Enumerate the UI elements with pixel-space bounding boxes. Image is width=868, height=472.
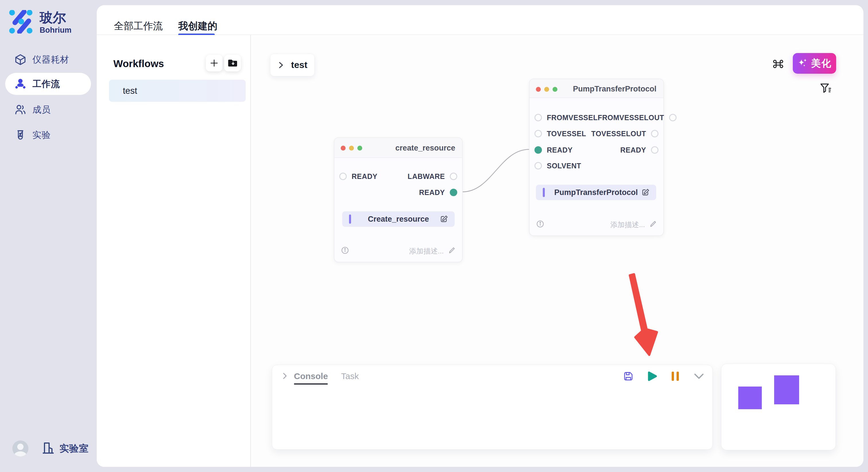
members-icon [14,104,26,115]
traffic-lights [341,146,362,150]
port-out-ready-connected[interactable] [450,189,457,196]
info-icon[interactable] [341,246,349,256]
port-label: READY [620,146,646,154]
app-root: 玻尔 Bohrium 仪器耗材 [0,0,868,472]
port-label: FROMVESSEL [547,113,598,122]
node-action-pill[interactable]: PumpTransferProtocol [536,185,656,200]
minimap[interactable] [721,364,836,450]
sidebar-item-label: 成员 [32,104,51,116]
light-yellow [544,87,549,92]
port-out-ready[interactable] [651,146,658,154]
minimap-node [774,375,799,404]
minimap-node [738,386,762,409]
brand-subtitle: Bohrium [40,26,71,35]
port-label: READY [352,172,377,181]
pill-label: PumpTransferProtocol [536,188,656,197]
node-header[interactable]: create_resource [334,138,462,158]
port-out-labware[interactable] [450,173,457,180]
lab-label: 实验室 [59,442,89,455]
lab-switcher[interactable]: 实验室 [12,440,89,457]
traffic-lights [536,87,557,92]
building-icon [42,441,55,456]
box-icon [14,54,26,65]
port-out-fromvesselout[interactable] [669,114,677,121]
pause-icon[interactable] [670,371,681,382]
sidebar-item-workflow[interactable]: 工作流 [5,73,91,95]
main-panel: 全部工作流 我创建的 Workflows test [97,5,863,467]
avatar[interactable] [12,440,28,457]
sidebar: 玻尔 Bohrium 仪器耗材 [0,0,97,472]
pill-label: Create_resource [342,215,455,224]
node-action-pill[interactable]: Create_resource [342,211,455,227]
beautify-button[interactable]: 美化 [793,53,836,74]
save-icon[interactable] [623,371,634,382]
workflows-panel-title: Workflows [113,58,164,69]
sidebar-item-label: 仪器耗材 [32,54,69,66]
info-icon[interactable] [536,220,545,229]
node-header[interactable]: PumpTransferProtocol [530,79,663,98]
tab-task[interactable]: Task [341,371,359,384]
sidebar-item-label: 工作流 [32,78,60,90]
breadcrumb[interactable]: test [270,54,315,76]
workflow-item-name: test [123,86,137,96]
bohrium-logo-icon [9,10,33,35]
port-label: READY [419,189,445,197]
beautify-label: 美化 [811,57,832,70]
description-placeholder[interactable]: 添加描述... [610,220,645,229]
console-expand-icon[interactable] [282,372,288,381]
tab-all-workflows[interactable]: 全部工作流 [114,20,163,33]
light-red [341,146,346,150]
light-yellow [349,146,354,150]
port-label: READY [547,146,572,154]
port-in-tovessel[interactable] [534,130,542,137]
pill-accent-bar [349,214,351,224]
node-title: create_resource [395,144,455,153]
description-placeholder[interactable]: 添加描述... [409,246,444,256]
node-title: PumpTransferProtocol [573,85,656,94]
pencil-icon[interactable] [650,220,657,229]
sidebar-item-members[interactable]: 成员 [5,99,91,121]
workflow-list-item[interactable]: test [109,80,246,102]
command-palette-button[interactable] [772,58,784,70]
tab-created-by-me[interactable]: 我创建的 [178,20,217,33]
import-folder-button[interactable] [224,55,241,71]
add-workflow-button[interactable] [206,55,222,71]
edit-icon[interactable] [440,215,448,224]
header-tabbar: 全部工作流 我创建的 [97,5,863,35]
port-label: FROMVESSELOUT [598,113,664,122]
port-out-tovesselout[interactable] [651,130,658,137]
pencil-icon[interactable] [448,247,456,255]
light-green [358,146,362,150]
chevron-right-icon[interactable] [278,61,284,69]
brand-title: 玻尔 [40,10,71,25]
light-green [553,87,557,92]
console-actions [623,371,704,382]
port-label: LABWARE [408,172,445,181]
port-in-ready[interactable] [339,173,347,180]
node-pump-transfer-protocol[interactable]: PumpTransferProtocol FROMVESSEL FROMVESS… [529,78,664,236]
node-create-resource[interactable]: create_resource READY LABWARE READY [334,137,463,262]
port-in-fromvessel[interactable] [534,114,542,121]
experiment-icon [14,129,26,141]
filter-icon[interactable] [819,82,832,95]
brand: 玻尔 Bohrium [9,10,71,35]
pill-accent-bar [543,188,545,197]
sidebar-item-experiments[interactable]: 实验 [5,124,91,146]
run-icon[interactable] [646,371,657,382]
sidebar-item-label: 实验 [32,129,51,141]
light-red [536,87,541,92]
console-panel: Console Task [272,365,713,450]
port-label: TOVESSELOUT [591,130,646,138]
sparkles-icon [797,58,808,69]
breadcrumb-label: test [291,60,307,70]
console-tabs: Console Task [294,371,359,384]
workflows-panel: Workflows test [97,35,251,467]
port-in-solvent[interactable] [534,162,542,169]
edit-icon[interactable] [641,188,650,197]
workflow-icon [14,78,26,90]
port-label: TOVESSEL [547,130,586,138]
tab-console[interactable]: Console [294,371,328,384]
port-in-ready-connected[interactable] [534,146,542,154]
collapse-icon[interactable] [693,371,704,382]
sidebar-item-instruments[interactable]: 仪器耗材 [5,48,91,71]
